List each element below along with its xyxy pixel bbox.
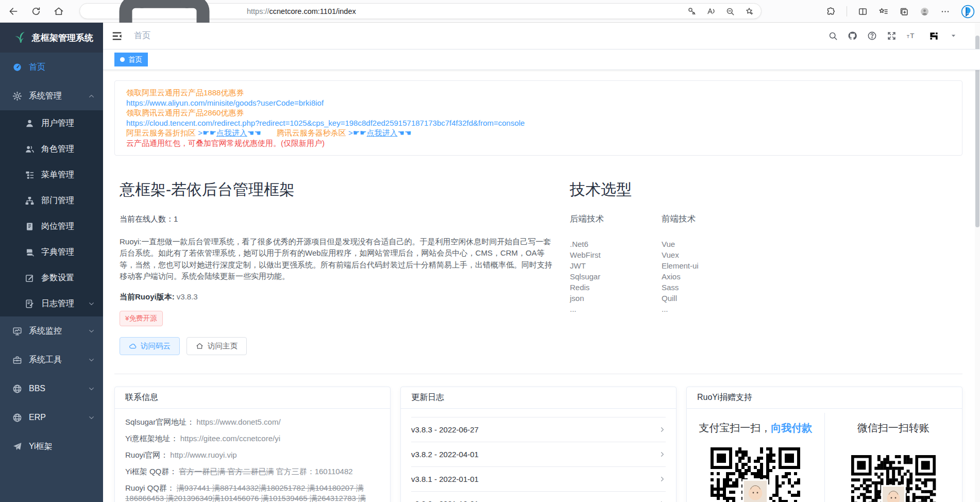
sidebar-item-erp[interactable]: ERP [0, 403, 103, 432]
sidebar-item-menu-management[interactable]: 菜单管理 [0, 162, 103, 188]
changelog-item[interactable]: v3.8.1 - 2022-01-01 [411, 467, 666, 492]
notice-link[interactable]: ☚☚ [398, 128, 412, 137]
tech-item: Vue [662, 239, 699, 249]
notice-line: 阿里云服务器折扣区 >☛☛点我进入☚☚ 腾讯云服务器秒杀区 >☛☛点我进入☚☚ [126, 128, 951, 138]
sidebar-item-label: 字典管理 [41, 247, 74, 258]
tech-title: 技术选型 [570, 179, 699, 200]
notice-link[interactable]: >☛☛ [348, 128, 367, 137]
notice-text: 云产品通用红包，可叠加官网常规优惠使用。(仅限新用户) [126, 139, 325, 147]
page-scrollbar[interactable] [975, 23, 980, 502]
online-count: 1 [174, 214, 178, 223]
font-size-icon[interactable]: TT [906, 31, 916, 41]
page-content: 领取阿里云通用云产品1888优惠券https://www.aliyun.com/… [103, 70, 980, 502]
contact-value: 官方三群：160110482 [274, 467, 352, 476]
donate-card-title: RuoYi捐赠支持 [687, 387, 962, 409]
sidebar: 意框架管理系统 首页系统管理用户管理角色管理菜单管理部门管理岗位管理字典管理参数… [0, 23, 103, 502]
notice-line: https://cloud.tencent.com/redirect.php?r… [126, 118, 951, 128]
tech-item: .Net6 [570, 239, 604, 249]
sidebar-item-label: 首页 [29, 62, 45, 73]
contact-row: Yi框架 QQ群：官方一群已满 官方二群已满 官方三群：160110482 [125, 466, 380, 477]
browser-refresh-icon[interactable] [31, 6, 41, 16]
sidebar-item-label: 系统管理 [29, 91, 62, 102]
sidebar-submenu: 用户管理角色管理菜单管理部门管理岗位管理字典管理参数设置日志管理 [0, 110, 103, 316]
changelog-item[interactable]: v3.8.3 - 2022-06-27 [411, 417, 666, 442]
changelog-card-title: 更新日志 [401, 387, 676, 409]
password-icon[interactable] [687, 7, 697, 16]
contact-value: https://gitee.com/ccnetcore/yi [180, 434, 280, 443]
chevron-down-icon [88, 357, 95, 363]
version-line: 当前Ruoyi版本: v3.8.3 [120, 292, 555, 302]
contact-label: Yi框架 QQ群： [125, 467, 177, 476]
contact-value: https://www.donet5.com/ [196, 417, 280, 426]
breadcrumb[interactable]: 首页 [134, 30, 150, 41]
help-icon[interactable] [867, 31, 877, 41]
sidebar-item-post-management[interactable]: 岗位管理 [0, 213, 103, 239]
donate-card: RuoYi捐赠支持 支付宝扫一扫，向我付款 微信扫一扫转账 [686, 387, 962, 502]
browser-chrome: https://ccnetcore.com:1101/index [0, 0, 980, 23]
sitemap-icon [25, 196, 35, 206]
sidebar-item-user-management[interactable]: 用户管理 [0, 110, 103, 136]
fullscreen-icon[interactable] [887, 31, 897, 41]
collections-icon[interactable] [899, 7, 909, 16]
chevron-down-icon[interactable] [949, 31, 958, 41]
visit-homepage-button[interactable]: 访问主页 [187, 337, 247, 355]
contact-card-title: 联系信息 [115, 387, 390, 409]
intro-buttons: 访问码云访问主页 [120, 337, 555, 355]
notice-link[interactable]: 点我进入 [216, 128, 247, 137]
alipay-pay-link[interactable]: 向我付款 [771, 422, 812, 433]
split-screen-icon[interactable] [858, 7, 868, 16]
search-icon[interactable] [828, 31, 838, 41]
more-menu-icon[interactable] [940, 7, 950, 16]
sidebar-item-system-tools[interactable]: 系统工具 [0, 345, 103, 374]
browser-home-icon[interactable] [54, 6, 64, 16]
sidebar-item-system-monitor[interactable]: 系统监控 [0, 316, 103, 345]
sidebar-item-dept-management[interactable]: 部门管理 [0, 188, 103, 213]
tech-item: Element-ui [662, 260, 699, 271]
tabs-bar: 首页 [103, 49, 980, 70]
svg-text:T: T [910, 32, 914, 40]
notice-link[interactable]: >☛☛ [198, 128, 216, 137]
notice-text: 领取腾讯云通用云产品2860优惠券 [126, 108, 244, 117]
profile-avatar[interactable] [920, 7, 930, 16]
read-aloud-icon[interactable] [706, 7, 716, 16]
favorites-icon[interactable] [878, 7, 888, 16]
sidebar-item-bbs[interactable]: BBS [0, 374, 103, 403]
notice-link[interactable]: 点我进入 [367, 128, 398, 137]
notice-link[interactable]: https://cloud.tencent.com/redirect.php?r… [126, 119, 525, 127]
browser-back-icon[interactable] [8, 6, 19, 16]
notice-link[interactable]: https://www.aliyun.com/minisite/goods?us… [126, 98, 324, 107]
sidebar-item-label: 用户管理 [41, 118, 74, 129]
contact-row: Yi意框架地址：https://gitee.com/ccnetcore/yi [125, 433, 380, 444]
sidebar-item-param-settings[interactable]: 参数设置 [0, 265, 103, 291]
contact-row: Ruoyi QQ群：满937441 满887144332满180251782 满… [125, 483, 380, 502]
notice-line: 领取阿里云通用云产品1888优惠券 [126, 88, 951, 98]
user-avatar[interactable] [929, 31, 939, 41]
copilot-icon[interactable] [961, 5, 975, 19]
online-count-line: 当前在线人数：1 [120, 214, 555, 224]
sidebar-item-log-management[interactable]: 日志管理 [0, 291, 103, 316]
sidebar-item-role-management[interactable]: 角色管理 [0, 136, 103, 162]
visit-gitee-button[interactable]: 访问码云 [120, 337, 180, 355]
sidebar-toggle-icon[interactable] [111, 30, 123, 42]
gear-icon [12, 91, 22, 101]
favorite-add-icon[interactable] [745, 7, 754, 16]
chevron-right-icon [659, 500, 666, 502]
zoom-out-icon[interactable] [725, 7, 735, 16]
sidebar-item-yi-framework[interactable]: Yi框架 [0, 432, 103, 461]
version-value: v3.8.3 [177, 292, 198, 301]
chevron-down-icon [88, 300, 95, 307]
github-icon[interactable] [848, 31, 857, 41]
address-bar[interactable]: https://ccnetcore.com:1101/index [79, 3, 762, 19]
tab-首页[interactable]: 首页 [114, 53, 148, 66]
url-text[interactable]: https://ccnetcore.com:1101/index [247, 7, 682, 15]
extensions-icon[interactable] [826, 7, 836, 16]
tech-item: json [570, 293, 604, 304]
user-icon [25, 119, 35, 128]
notice-link[interactable]: ☚☚ [247, 128, 261, 137]
chevron-up-icon [88, 93, 95, 99]
changelog-item[interactable]: v3.8.2 - 2022-04-01 [411, 442, 666, 467]
frontend-title: 前端技术 [662, 213, 699, 225]
sidebar-item-dict-management[interactable]: 字典管理 [0, 239, 103, 265]
frontend-list: VueVuexElement-uiAxiosSassQuill... [662, 239, 699, 314]
changelog-item[interactable]: v3.8.0 - 2021-12-01 [411, 492, 666, 502]
